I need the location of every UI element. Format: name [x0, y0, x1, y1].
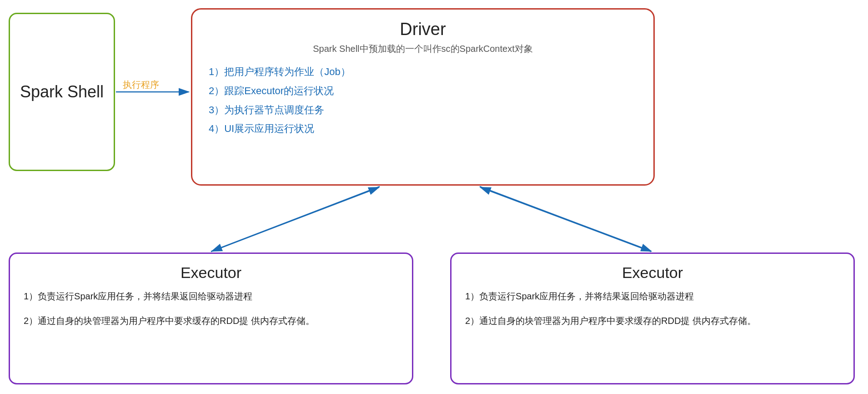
- executor-right-box: Executor 1）负责运行Spark应用任务，并将结果返回给驱动器进程 2）…: [450, 253, 855, 384]
- spark-shell-box: Spark Shell: [9, 13, 115, 171]
- executor-right-title: Executor: [465, 264, 840, 282]
- diagram-container: Spark Shell Driver Spark Shell中预加载的一个叫作s…: [0, 0, 868, 394]
- arrow-executor-left-to-driver: [211, 187, 379, 252]
- driver-subtitle: Spark Shell中预加载的一个叫作sc的SparkContext对象: [209, 43, 637, 55]
- arrow-sh-driver-label: 执行程序: [123, 80, 159, 90]
- driver-item-1: 1）把用户程序转为作业（Job）: [209, 62, 637, 81]
- executor-right-item-2: 2）通过自身的块管理器为用户程序中要求缓存的RDD提 供内存式存储。: [465, 313, 840, 329]
- executor-right-item-1: 1）负责运行Spark应用任务，并将结果返回给驱动器进程: [465, 288, 840, 304]
- driver-box: Driver Spark Shell中预加载的一个叫作sc的SparkConte…: [191, 8, 655, 186]
- executor-left-item-1: 1）负责运行Spark应用任务，并将结果返回给驱动器进程: [24, 288, 398, 304]
- driver-item-2: 2）跟踪Executor的运行状况: [209, 81, 637, 101]
- executor-left-box: Executor 1）负责运行Spark应用任务，并将结果返回给驱动器进程 2）…: [9, 253, 413, 384]
- arrow-driver-to-executor-left: [212, 187, 380, 251]
- spark-shell-label: Spark Shell: [20, 81, 104, 103]
- executor-left-item-2: 2）通过自身的块管理器为用户程序中要求缓存的RDD提 供内存式存储。: [24, 313, 398, 329]
- executor-left-title: Executor: [24, 264, 398, 282]
- driver-title: Driver: [209, 20, 637, 39]
- arrow-driver-to-executor-right: [480, 187, 651, 251]
- driver-item-3: 3）为执行器节点调度任务: [209, 101, 637, 120]
- arrow-executor-right-to-driver: [481, 187, 651, 252]
- driver-item-4: 4）UI展示应用运行状况: [209, 119, 637, 138]
